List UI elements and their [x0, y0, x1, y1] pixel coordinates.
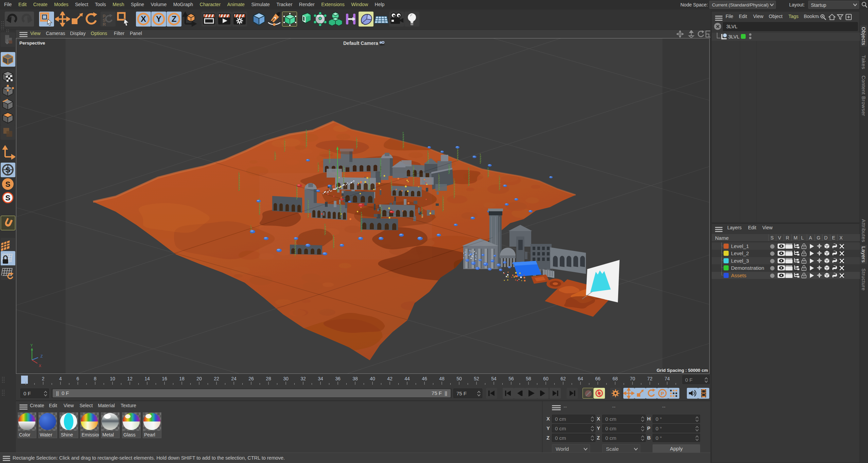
svg-text:X: X [39, 364, 41, 368]
svg-text:Z: Z [172, 14, 177, 23]
svg-text:S: S [5, 166, 11, 174]
svg-text:S: S [5, 194, 11, 202]
svg-text:S: S [5, 180, 11, 188]
svg-text:R: R [103, 22, 106, 27]
svg-text:P: P [661, 391, 664, 396]
svg-text:Z: Z [40, 354, 43, 358]
svg-text:Y: Y [156, 14, 161, 23]
svg-text:Y: Y [30, 343, 33, 347]
svg-text:X: X [141, 14, 146, 23]
